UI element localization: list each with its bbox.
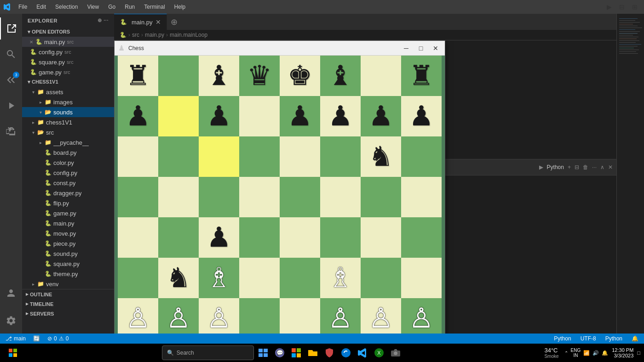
python-status[interactable]: Python [552,335,573,342]
chess-cell-6-1[interactable]: ♙ [158,298,199,334]
open-editors-section[interactable]: ▾ OPEN EDITORS [22,27,114,37]
taskbar-edge-icon[interactable] [339,345,353,360]
chess-cell-0-6[interactable] [361,56,401,96]
taskbar-xbox-icon[interactable]: X [372,345,386,360]
folder-chess1v1[interactable]: ▸ 📁 chess1V1 [22,117,114,127]
volume-icon[interactable]: 🔊 [592,350,599,356]
chess-cell-4-7[interactable] [401,217,442,258]
activity-settings[interactable] [0,310,22,332]
chess-cell-0-4[interactable]: ♚ [280,56,320,96]
file-piece-py[interactable]: 🐍 piece.py [22,238,114,249]
chess-cell-5-5[interactable]: ♗ [320,258,361,298]
menu-view[interactable]: View [83,3,103,11]
git-branch-status[interactable]: ⎇ main [4,335,28,342]
chess-cell-4-4[interactable] [280,217,320,258]
menu-run[interactable]: Run [121,3,138,11]
tab-main-py[interactable]: 🐍 main.py ✕ [114,14,167,30]
chess-cell-3-0[interactable] [118,177,158,217]
file-theme-py[interactable]: 🐍 theme.py [22,269,114,279]
file-move-py[interactable]: 🐍 move.py [22,228,114,238]
close-terminal-icon[interactable]: ✕ [608,164,613,170]
file-flip-py[interactable]: 🐍 flip.py [22,198,114,208]
outline-section[interactable]: ▸ OUTLINE [22,289,114,299]
more-terminal-icon[interactable]: ··· [592,164,597,170]
chess-cell-2-7[interactable] [401,136,442,177]
taskbar-camera-icon[interactable] [388,345,403,360]
trash-icon[interactable]: 🗑 [583,164,588,170]
chess-cell-3-5[interactable] [320,177,361,217]
chess-cell-4-5[interactable] [320,217,361,258]
file-config-py[interactable]: 🐍 config.py [22,168,114,178]
chess-cell-6-2[interactable]: ♙ [199,298,239,334]
folder-venv[interactable]: ▸ 📁 venv [22,279,114,289]
file-const-py[interactable]: 🐍 const.py [22,178,114,188]
taskbar-security-icon[interactable] [322,345,337,360]
file-color-py[interactable]: 🐍 color.py [22,158,114,168]
chess-cell-0-3[interactable]: ♛ [239,56,280,96]
chess-cell-1-3[interactable] [239,96,280,136]
weather-widget[interactable]: 34°C Smoke [542,347,560,359]
close-tab-btn[interactable]: ✕ [155,18,161,26]
folder-pycache[interactable]: ▸ 📁 __pycache__ [22,137,114,147]
chess-cell-4-1[interactable] [158,217,199,258]
file-square-py[interactable]: 🐍 square.py [22,259,114,269]
menu-edit[interactable]: Edit [33,3,50,11]
chess-cell-0-0[interactable]: ♜ [118,56,158,96]
chess-cell-2-6[interactable]: ♞ [361,136,401,177]
chess-cell-4-6[interactable] [361,217,401,258]
file-board-py[interactable]: 🐍 board.py [22,147,114,158]
open-editor-game-py[interactable]: 🐍 game.py src [22,67,114,77]
menu-go[interactable]: Go [104,3,119,11]
chess-cell-5-0[interactable] [118,258,158,298]
chess-cell-6-5[interactable]: ♙ [320,298,361,334]
chess-cell-3-2[interactable] [199,177,239,217]
encoding-status[interactable]: 🔔 [630,335,640,342]
chess-cell-2-1[interactable] [158,136,199,177]
chess-cell-2-5[interactable] [320,136,361,177]
notification-icon[interactable]: □ [637,350,640,356]
open-editor-main-py[interactable]: ✕ 🐍 main.py src [22,37,114,47]
wifi-icon[interactable]: 📶 [583,350,590,356]
taskbar-windows-icon[interactable] [289,345,304,360]
chess-cell-6-3[interactable] [239,298,280,334]
chess-cell-2-2[interactable] [199,136,239,177]
chess-cell-6-0[interactable]: ♙ [118,298,158,334]
run-icon[interactable]: ▶ [539,164,543,170]
more-options-icon[interactable]: ··· [104,17,109,23]
folder-assets[interactable]: ▾ 📁 assets [22,87,114,97]
chess-cell-6-6[interactable]: ♙ [361,298,401,334]
chess-cell-5-1[interactable]: ♞ [158,258,199,298]
servers-section[interactable]: ▸ SERVERS [22,309,114,318]
python-version-status[interactable]: UTF-8 [579,335,598,342]
chess-maximize-btn[interactable]: □ [415,43,426,54]
add-terminal-icon[interactable]: + [568,164,571,170]
chess-cell-5-2[interactable]: ♗ [199,258,239,298]
chess-minimize-btn[interactable]: ─ [401,43,412,54]
sync-status[interactable]: 🔄 [31,335,42,342]
error-status[interactable]: ⊘ 0 ⚠ 0 [46,335,70,342]
activity-extensions[interactable] [0,120,22,142]
taskbar-chat-icon[interactable]: 💬 [272,345,287,360]
chess-cell-1-6[interactable]: ♟ [361,96,401,136]
close-main-py[interactable]: ✕ [29,40,33,45]
project-section[interactable]: ▾ CHESS1V1 [22,77,114,87]
menu-help[interactable]: Help [171,3,190,11]
start-btn[interactable] [4,344,22,362]
chess-cell-5-3[interactable] [239,258,280,298]
chess-cell-3-3[interactable] [239,177,280,217]
activity-run[interactable] [0,95,22,117]
chess-cell-1-1[interactable] [158,96,199,136]
chess-cell-5-4[interactable] [280,258,320,298]
language-indicator[interactable]: ENGIN [571,348,581,358]
file-dragger-py[interactable]: 🐍 dragger.py [22,188,114,198]
taskbar-explorer-icon[interactable] [256,345,270,360]
chess-cell-3-1[interactable] [158,177,199,217]
chess-cell-1-2[interactable]: ♟ [199,96,239,136]
chess-cell-1-4[interactable]: ♟ [280,96,320,136]
activity-source-control[interactable]: 3 [0,69,22,91]
chess-cell-6-4[interactable] [280,298,320,334]
battery-icon[interactable]: 🔔 [602,350,608,356]
folder-src[interactable]: ▾ 📂 src [22,127,114,137]
chess-cell-4-3[interactable] [239,217,280,258]
chess-cell-3-4[interactable] [280,177,320,217]
